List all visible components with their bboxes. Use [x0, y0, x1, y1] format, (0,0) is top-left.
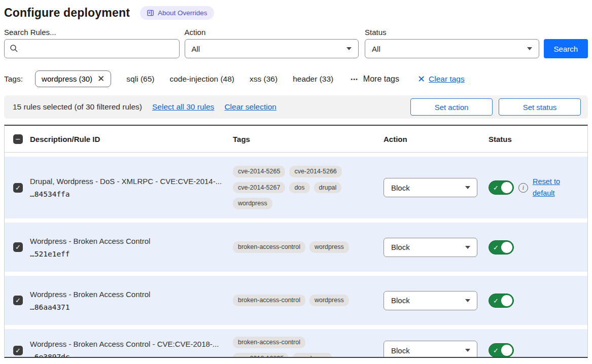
toggle-check-icon: ✓ [493, 347, 499, 354]
set-action-button[interactable]: Set action [410, 98, 493, 116]
tag-header[interactable]: header (33) [293, 75, 333, 84]
clear-selection-link[interactable]: Clear selection [224, 102, 276, 112]
status-filter-select[interactable]: All [365, 39, 539, 58]
rule-tag: dos [289, 182, 309, 194]
rule-id: …521e1eff [30, 250, 233, 258]
table-row: ✓ Drupal, Wordpress - DoS - XMLRPC - CVE… [5, 157, 587, 219]
about-overrides-badge[interactable]: About Overrides [140, 6, 214, 20]
rule-id: …6e3897dc [30, 353, 233, 358]
tag-code-injection[interactable]: code-injection (48) [170, 75, 235, 84]
column-header-status: Status [489, 135, 587, 143]
status-toggle[interactable]: ✓ [489, 180, 514, 195]
chevron-down-icon [346, 47, 352, 50]
row-checkbox[interactable]: ✓ [13, 242, 23, 252]
reset-to-default-link[interactable]: Reset to default [533, 176, 563, 199]
tags-label: Tags: [4, 75, 23, 84]
selected-tag-label: wordpress (30) [42, 75, 92, 83]
chevron-down-icon [527, 47, 532, 50]
chevron-down-icon [465, 349, 470, 352]
search-button[interactable]: Search [544, 39, 588, 58]
search-label: Search Rules... [4, 28, 180, 37]
rule-tags-cell: cve-2014-5265 cve-2014-5266 cve-2014-526… [233, 166, 384, 209]
rule-tags-cell: broken-access-control wordpress [233, 241, 384, 253]
remove-tag-icon[interactable]: ✕ [97, 75, 105, 83]
rule-id: …86aa4371 [30, 303, 233, 311]
rule-description-cell: Wordpress - Broken Access Control …86aa4… [30, 290, 233, 311]
page-header: Configure deployment About Overrides [4, 6, 588, 20]
tag-xss[interactable]: xss (36) [250, 75, 277, 84]
filters-row: Search Rules... Action All Status [4, 28, 588, 58]
select-all-rules-link[interactable]: Select all 30 rules [152, 102, 214, 112]
rule-description: Wordpress - Broken Access Control [30, 237, 233, 245]
rule-tag: drupal [314, 182, 342, 194]
row-checkbox[interactable]: ✓ [13, 296, 23, 305]
more-tags-button[interactable]: ••• More tags [351, 75, 399, 84]
status-toggle[interactable]: ✓ [489, 294, 514, 308]
rule-action-select[interactable]: Block [384, 291, 477, 310]
rules-table: − Description/Rule ID Tags Action Status… [4, 125, 588, 358]
rule-id: …84534ffa [30, 190, 233, 198]
status-toggle[interactable]: ✓ [489, 240, 514, 254]
clear-tags-button[interactable]: ✕ Clear tags [417, 75, 465, 84]
row-checkbox[interactable]: ✓ [13, 183, 23, 193]
page-title: Configure deployment [4, 6, 130, 20]
select-all-checkbox[interactable]: − [13, 134, 23, 144]
toggle-check-icon: ✓ [493, 184, 499, 192]
chevron-down-icon [465, 246, 470, 249]
rule-status-cell: ✓ [489, 294, 587, 308]
toggle-knob [501, 295, 512, 306]
toggle-check-icon: ✓ [493, 297, 499, 304]
tag-sqli[interactable]: sqli (65) [126, 75, 154, 84]
rule-action-value: Block [391, 346, 410, 355]
rule-description: Drupal, Wordpress - DoS - XMLRPC - CVE:C… [30, 177, 233, 186]
rule-action-select[interactable]: Block [384, 341, 477, 358]
rule-action-cell: Block [384, 178, 489, 197]
rule-action-value: Block [391, 243, 410, 251]
rule-action-select[interactable]: Block [384, 178, 477, 197]
table-row: ✓ Wordpress - Broken Access Control …521… [5, 223, 587, 272]
rule-description-cell: Drupal, Wordpress - DoS - XMLRPC - CVE:C… [30, 177, 233, 198]
set-status-button[interactable]: Set status [499, 98, 581, 116]
rule-action-select[interactable]: Block [384, 238, 477, 257]
info-icon: i [518, 183, 528, 193]
action-filter-label: Action [185, 28, 359, 37]
toggle-check-icon: ✓ [493, 243, 499, 251]
chevron-down-icon [465, 186, 470, 189]
rule-action-value: Block [391, 184, 410, 192]
table-row: ✓ Wordpress - Broken Access Control - CV… [5, 329, 587, 358]
rule-tag: broken-access-control [233, 295, 305, 306]
search-input-wrap [4, 39, 180, 58]
rule-action-cell: Block [384, 238, 489, 257]
rule-description-cell: Wordpress - Broken Access Control …521e1… [30, 237, 233, 258]
ellipsis-icon: ••• [351, 76, 358, 82]
search-field: Search Rules... [4, 28, 180, 58]
toggle-knob [501, 242, 512, 253]
action-filter-select[interactable]: All [185, 39, 359, 58]
rule-action-cell: Block [384, 291, 489, 310]
chevron-down-icon [465, 299, 470, 302]
search-rules-input[interactable] [4, 39, 180, 58]
clear-tags-label: Clear tags [429, 75, 465, 84]
status-field: Status All [365, 28, 539, 58]
rule-tag: cve-2014-5266 [289, 166, 341, 177]
rule-tag: wordpress [233, 198, 272, 209]
rule-tag: cve-2014-5267 [233, 182, 285, 194]
row-checkbox-cell: ✓ [5, 242, 30, 252]
selected-tag-wordpress[interactable]: wordpress (30) ✕ [35, 70, 111, 87]
more-tags-label: More tags [363, 75, 399, 84]
status-toggle[interactable]: ✓ [489, 343, 514, 357]
rule-tag: broken-access-control [233, 337, 305, 348]
selection-summary: 15 rules selected (of 30 filtered rules) [13, 102, 142, 112]
bulk-action-buttons: Set action Set status [410, 98, 581, 116]
toggle-knob [501, 345, 512, 356]
row-checkbox[interactable]: ✓ [13, 346, 23, 355]
column-header-description: Description/Rule ID [30, 135, 233, 143]
row-checkbox-cell: ✓ [5, 183, 30, 193]
rule-status-cell: ✓ [489, 240, 587, 254]
clear-tags-x-icon: ✕ [417, 75, 425, 84]
rule-description-cell: Wordpress - Broken Access Control - CVE:… [30, 340, 233, 358]
rule-action-cell: Block [384, 341, 489, 358]
rule-tags-cell: broken-access-control cve-2018-12895 wor… [233, 337, 384, 358]
toggle-knob [501, 182, 512, 193]
rule-status-cell: ✓ i Reset to default [489, 176, 587, 199]
